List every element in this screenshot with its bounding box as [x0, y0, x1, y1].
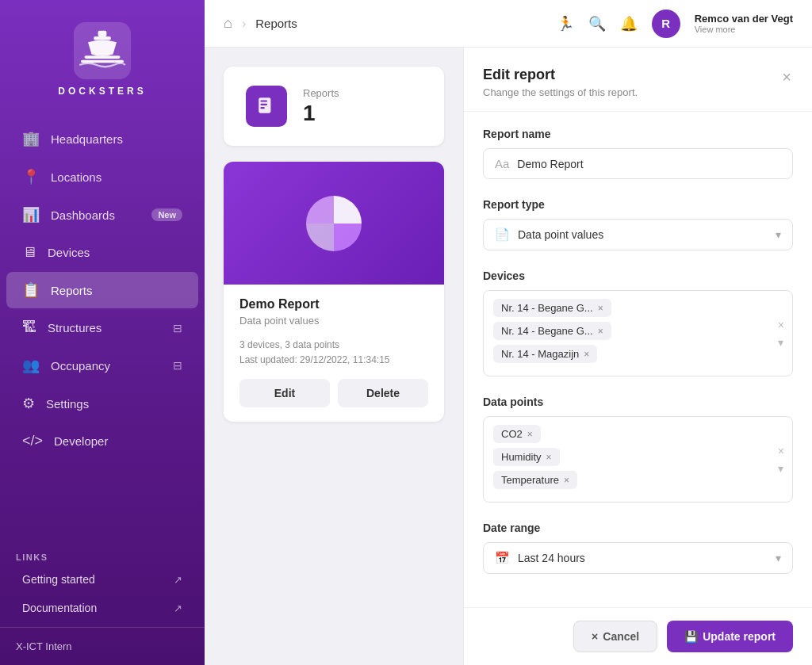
device-tag-row-2: Nr. 14 - Begane G... ×	[493, 322, 760, 340]
user-name: Remco van der Vegt	[695, 13, 793, 25]
dashboards-badge: New	[151, 208, 182, 221]
sidebar-item-headquarters[interactable]: 🏢 Headquarters	[6, 120, 198, 157]
reports-icon: 📋	[22, 281, 40, 299]
header-user-info[interactable]: Remco van der Vegt View more	[695, 13, 793, 34]
sidebar-item-occupancy[interactable]: 👥 Occupancy ⊟	[6, 347, 198, 384]
sidebar: DOCKSTERS 🏢 Headquarters 📍 Locations 📊 D…	[0, 0, 205, 665]
devices-side-controls: × ▾	[778, 319, 784, 349]
update-report-button[interactable]: 💾 Update report	[667, 621, 793, 652]
report-name-text-input[interactable]	[517, 158, 781, 170]
sidebar-item-label: Reports	[51, 284, 93, 297]
edit-panel-title-block: Edit report Change the settings of this …	[483, 67, 638, 98]
breadcrumb-separator: ›	[242, 17, 246, 31]
user-sub: View more	[695, 25, 793, 34]
header-icons: 🏃 🔍 🔔 R Remco van der Vegt View more	[557, 10, 793, 38]
sidebar-logo: DOCKSTERS	[0, 0, 205, 113]
remove-device-3-icon[interactable]: ×	[584, 349, 589, 360]
devices-tags-container[interactable]: Nr. 14 - Begane G... × Nr. 14 - Begane G…	[483, 290, 793, 376]
dp-tag-3[interactable]: Temperature ×	[493, 471, 577, 489]
report-type-field: Report type 📄 Data point values ▾	[483, 198, 793, 250]
search-icon[interactable]: 🔍	[588, 15, 606, 32]
dp-expand-icon[interactable]: ▾	[778, 462, 783, 475]
devices-field: Devices Nr. 14 - Begane G... × Nr. 14 - …	[483, 269, 793, 376]
sidebar-item-dashboards[interactable]: 📊 Dashboards New	[6, 197, 198, 233]
sidebar-item-label: Structures	[48, 321, 102, 334]
link-documentation[interactable]: Documentation ↗	[16, 594, 189, 622]
close-button[interactable]: ×	[780, 67, 793, 88]
device-tag-row-3: Nr. 14 - Magazijn ×	[493, 345, 760, 363]
report-name-field: Report name Aa	[483, 128, 793, 179]
page-area: Reports 1	[205, 48, 463, 665]
devices-expand-icon[interactable]: ▾	[778, 336, 783, 349]
sidebar-item-label: Locations	[51, 170, 102, 184]
remove-device-2-icon[interactable]: ×	[598, 326, 603, 337]
dp-tag-1[interactable]: CO2 ×	[493, 425, 541, 443]
device-tag-3[interactable]: Nr. 14 - Magazijn ×	[493, 345, 597, 363]
link-label: Documentation	[22, 602, 97, 614]
org-name: X-ICT Intern	[16, 640, 72, 652]
sidebar-item-label: Dashboards	[51, 208, 115, 222]
developer-icon: </>	[22, 433, 43, 449]
edit-panel: Edit report Change the settings of this …	[463, 48, 812, 665]
link-label: Getting started	[22, 573, 95, 586]
summary-count: 1	[303, 101, 339, 126]
home-icon[interactable]: ⌂	[224, 15, 232, 32]
report-type-select[interactable]: 📄 Data point values ▾	[483, 219, 793, 250]
logo-text: DOCKSTERS	[58, 86, 146, 97]
report-card-body: Demo Report Data point values 3 devices,…	[224, 285, 444, 422]
headquarters-icon: 🏢	[22, 130, 40, 147]
sidebar-item-developer[interactable]: </> Developer	[6, 423, 198, 459]
edit-form: Report name Aa Report type 📄 Data point …	[464, 112, 812, 607]
sidebar-item-locations[interactable]: 📍 Locations	[6, 159, 198, 195]
sidebar-item-structures[interactable]: 🏗 Structures ⊟	[6, 310, 198, 346]
external-link-icon: ↗	[174, 602, 182, 614]
update-label: Update report	[703, 630, 776, 643]
remove-dp-1-icon[interactable]: ×	[527, 429, 533, 440]
date-range-select[interactable]: 📅 Last 24 hours ▾	[483, 542, 793, 574]
remove-dp-3-icon[interactable]: ×	[564, 475, 569, 486]
report-card-meta: 3 devices, 3 data points Last updated: 2…	[239, 338, 428, 368]
user-avatar[interactable]: R	[652, 10, 680, 38]
dp-tag-2[interactable]: Humidity ×	[493, 448, 560, 466]
pie-chart-icon	[298, 188, 370, 259]
data-points-field: Data points CO2 × Humidity ×	[483, 396, 793, 503]
dp-tag-2-label: Humidity	[501, 451, 542, 463]
device-tag-2-label: Nr. 14 - Begane G...	[501, 325, 593, 337]
external-link-icon: ↗	[174, 574, 182, 586]
svg-rect-2	[94, 36, 111, 40]
sidebar-item-devices[interactable]: 🖥 Devices	[6, 235, 198, 270]
data-points-tags-container[interactable]: CO2 × Humidity × Tempera	[483, 416, 793, 503]
link-getting-started[interactable]: Getting started ↗	[16, 565, 189, 594]
device-tag-1[interactable]: Nr. 14 - Begane G... ×	[493, 299, 611, 317]
report-type-icon: 📄	[495, 227, 510, 242]
cancel-button[interactable]: × Cancel	[573, 621, 657, 652]
report-name-label: Report name	[483, 128, 793, 140]
sidebar-item-reports[interactable]: 📋 Reports	[6, 272, 198, 308]
remove-device-1-icon[interactable]: ×	[598, 303, 603, 314]
calendar-icon: 📅	[495, 551, 510, 565]
report-type-label: Report type	[483, 198, 793, 211]
remove-dp-2-icon[interactable]: ×	[546, 452, 552, 463]
activity-icon[interactable]: 🏃	[557, 15, 574, 32]
svg-rect-6	[260, 100, 267, 101]
dp-side-controls: × ▾	[778, 445, 784, 475]
device-tag-2[interactable]: Nr. 14 - Begane G... ×	[493, 322, 611, 340]
meta-line1: 3 devices, 3 data points	[239, 338, 428, 353]
edit-panel-footer: × Cancel 💾 Update report	[464, 607, 812, 665]
bell-icon[interactable]: 🔔	[620, 15, 638, 32]
report-name-input[interactable]: Aa	[483, 148, 793, 179]
chevron-down-icon: ▾	[776, 228, 781, 241]
data-points-label: Data points	[483, 396, 793, 408]
report-card-subtitle: Data point values	[239, 315, 428, 327]
sidebar-item-label: Occupancy	[51, 359, 110, 373]
content-area: Reports 1	[205, 48, 812, 665]
occupancy-icon: 👥	[22, 357, 40, 374]
delete-button[interactable]: Delete	[338, 379, 428, 407]
svg-rect-8	[260, 107, 264, 109]
dp-clear-icon[interactable]: ×	[778, 445, 784, 457]
devices-clear-icon[interactable]: ×	[778, 319, 784, 331]
sidebar-item-settings[interactable]: ⚙ Settings	[6, 385, 198, 422]
report-summary-icon	[256, 96, 277, 117]
edit-button[interactable]: Edit	[239, 379, 330, 407]
main-area: ⌂ › Reports 🏃 🔍 🔔 R Remco van der Vegt V…	[205, 0, 812, 665]
